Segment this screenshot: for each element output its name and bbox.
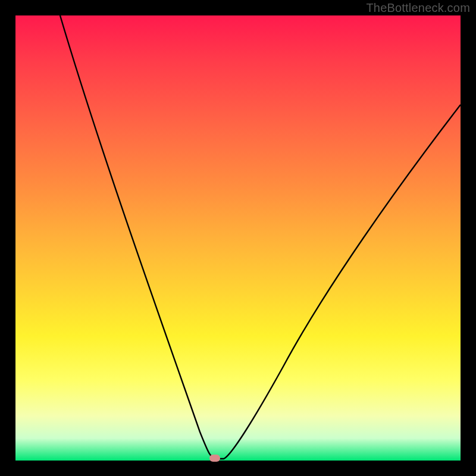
chart-frame: TheBottleneck.com [0, 0, 476, 476]
watermark-text: TheBottleneck.com [366, 1, 470, 15]
optimum-marker [209, 455, 220, 462]
bottleneck-curve [15, 15, 461, 461]
curve-path [60, 15, 461, 459]
